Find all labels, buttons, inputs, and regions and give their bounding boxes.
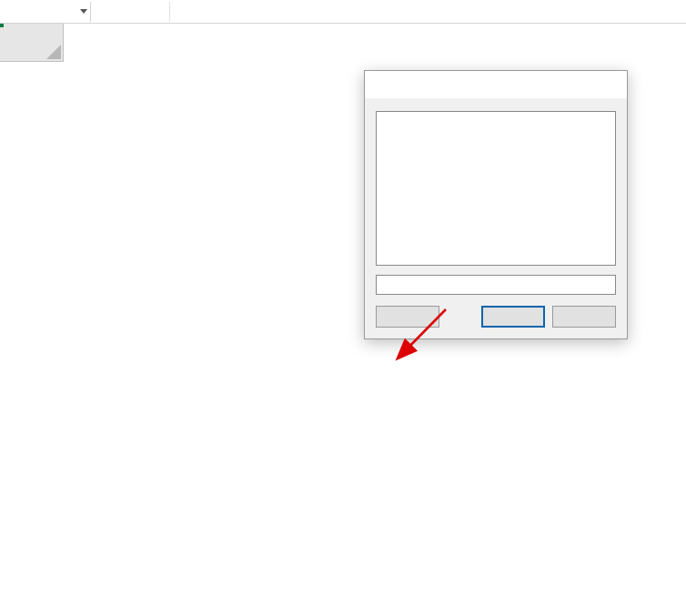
goto-list[interactable] bbox=[376, 111, 616, 266]
cancel-button[interactable] bbox=[552, 306, 616, 328]
cancel-icon[interactable] bbox=[100, 2, 122, 22]
formula-buttons bbox=[96, 2, 170, 22]
special-button[interactable] bbox=[376, 306, 439, 328]
formula-input[interactable] bbox=[170, 2, 686, 22]
confirm-icon[interactable] bbox=[122, 2, 144, 22]
select-all-corner[interactable] bbox=[0, 24, 64, 62]
goto-dialog bbox=[364, 70, 628, 339]
dialog-titlebar[interactable] bbox=[365, 71, 627, 98]
close-icon[interactable] bbox=[594, 75, 620, 95]
ok-button[interactable] bbox=[481, 306, 545, 328]
name-box[interactable] bbox=[0, 2, 77, 22]
reference-input[interactable] bbox=[376, 275, 616, 295]
help-icon[interactable] bbox=[567, 75, 592, 95]
formula-bar bbox=[0, 0, 686, 24]
name-box-wrap bbox=[0, 2, 91, 22]
fx-icon[interactable] bbox=[144, 2, 166, 22]
dialog-buttons bbox=[376, 306, 616, 328]
name-box-dropdown-icon[interactable] bbox=[77, 9, 90, 14]
dialog-body bbox=[365, 98, 627, 338]
